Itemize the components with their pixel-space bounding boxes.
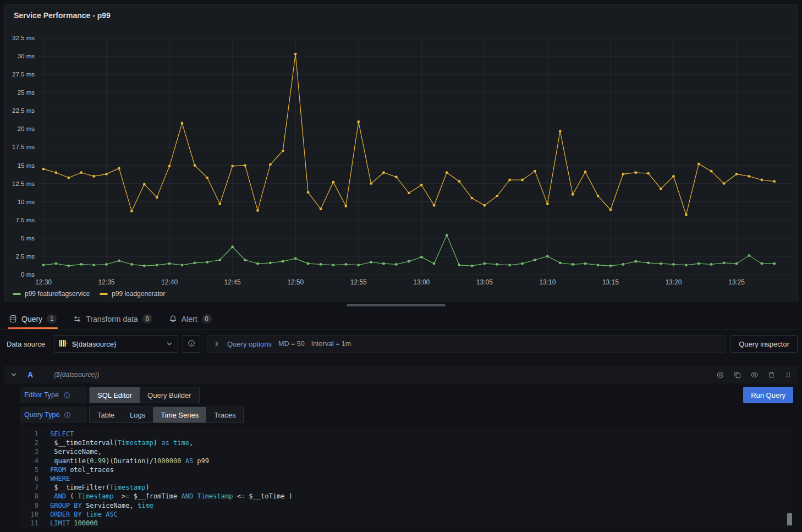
tab-count-badge: 1 (47, 314, 57, 323)
copy-icon[interactable] (733, 371, 741, 379)
legend-label: p99 featureflagservice (25, 290, 90, 298)
datasource-logo-icon (59, 339, 68, 349)
grafana-panel-editor: Service Performance - p99 0 ms2.5 ms5 ms… (0, 4, 802, 529)
run-query-button[interactable]: Run Query (743, 387, 793, 403)
scrollbar-thumb[interactable] (347, 304, 446, 306)
sql-editor[interactable]: 1SELECT2 $__timeInterval(Timestamp) as t… (20, 426, 793, 529)
svg-text:13:15: 13:15 (602, 278, 619, 286)
line-number: 2 (20, 438, 39, 447)
svg-text:15 ms: 15 ms (18, 162, 35, 169)
svg-text:0 ms: 0 ms (21, 271, 35, 278)
query-type-option-traces[interactable]: Traces (206, 407, 243, 423)
datasource-bar: Data source ${datasource} Query options … (4, 335, 798, 353)
code-line: 3 ServiceName, (20, 447, 793, 456)
code-line: 2 $__timeInterval(Timestamp) as time, (20, 438, 793, 447)
tab-alert[interactable]: Alert 0 (168, 309, 213, 329)
svg-text:17.5 ms: 17.5 ms (12, 144, 35, 150)
sql-code: 1SELECT2 $__timeInterval(Timestamp) as t… (20, 430, 793, 528)
svg-text:12:55: 12:55 (350, 278, 367, 286)
drag-handle-icon[interactable] (784, 371, 792, 379)
svg-text:12:40: 12:40 (161, 278, 178, 286)
tab-query[interactable]: Query 1 (8, 309, 58, 329)
code-line: 6WHERE (20, 474, 793, 483)
code-line: 4 quantile(0.99)(Duration)/1000000 AS p9… (20, 457, 793, 465)
editor-scrollbar-thumb[interactable] (787, 513, 792, 525)
info-circle-icon[interactable] (63, 392, 70, 399)
svg-text:10 ms: 10 ms (18, 199, 35, 205)
query-ref-id: A (28, 370, 33, 379)
svg-text:12:50: 12:50 (287, 278, 304, 286)
legend-label: p99 loadgenerator (112, 290, 165, 298)
svg-text:30 ms: 30 ms (18, 53, 35, 59)
legend-swatch (100, 293, 108, 295)
legend-swatch (13, 293, 21, 295)
svg-text:12:35: 12:35 (98, 278, 115, 286)
query-type-label-text: Query Type (24, 411, 59, 419)
editor-type-switch: SQL Editor Query Builder (89, 387, 200, 403)
editor-type-row: Editor Type SQL Editor Query Builder Run… (20, 387, 793, 403)
line-number: 7 (20, 483, 39, 492)
query-type-switch: Table Logs Time Series Traces (89, 407, 244, 423)
query-row-header: A (${datasource}) (4, 366, 798, 383)
svg-text:2.5 ms: 2.5 ms (15, 253, 35, 260)
code-line: 10ORDER BY time ASC (20, 510, 793, 519)
code-line: 9GROUP BY ServiceName, time (20, 501, 793, 510)
query-type-row: Query Type Table Logs Time Series Traces (20, 407, 793, 423)
svg-text:20 ms: 20 ms (18, 125, 35, 132)
info-circle-icon[interactable] (64, 412, 71, 419)
tab-label: Query (21, 315, 42, 323)
line-number: 9 (20, 501, 39, 510)
query-options-toggle[interactable]: Query options MD = 50 Interval = 1m (207, 335, 726, 353)
datasource-help-button[interactable] (183, 335, 200, 353)
info-circle-icon (188, 339, 195, 349)
code-line: 1SELECT (20, 430, 793, 438)
editor-type-label-text: Editor Type (24, 391, 59, 399)
code-line: 5FROM otel_traces (20, 465, 793, 474)
eye-icon[interactable] (750, 371, 759, 379)
editor-type-option-query-builder[interactable]: Query Builder (140, 387, 199, 403)
svg-text:13:10: 13:10 (539, 278, 556, 286)
line-number: 11 (20, 519, 39, 528)
chevron-down-icon[interactable] (10, 371, 18, 379)
editor-type-option-sql-editor[interactable]: SQL Editor (90, 387, 140, 403)
datasource-value: ${datasource} (72, 340, 116, 348)
horizontal-scrollbar (0, 301, 802, 309)
line-number: 3 (20, 447, 39, 456)
circle-icon[interactable] (716, 371, 724, 379)
tab-label: Transform data (86, 315, 138, 323)
svg-text:13:20: 13:20 (665, 278, 682, 286)
svg-text:13:05: 13:05 (476, 278, 493, 286)
svg-text:13:25: 13:25 (728, 278, 745, 286)
query-actions (716, 371, 792, 379)
query-editor-row: A (${datasource}) (4, 366, 798, 529)
tab-count-badge: 0 (142, 314, 152, 323)
trash-icon[interactable] (767, 371, 776, 379)
datasource-picker[interactable]: ${datasource} (54, 335, 178, 353)
editor-tabs: Query 1 Transform data 0 Alert 0 (0, 309, 802, 330)
panel-title[interactable]: Service Performance - p99 (14, 11, 111, 20)
query-inspector-button[interactable]: Query inspector (730, 335, 798, 353)
tab-transform-data[interactable]: Transform data 0 (72, 309, 153, 329)
line-number: 4 (20, 457, 39, 465)
datasource-label: Data source (4, 340, 50, 348)
svg-text:25 ms: 25 ms (18, 89, 35, 96)
line-number: 8 (20, 492, 39, 501)
line-number: 10 (20, 510, 39, 519)
shuffle-icon (73, 315, 81, 323)
svg-text:5 ms: 5 ms (21, 235, 35, 242)
timeseries-plot[interactable]: 0 ms2.5 ms5 ms7.5 ms10 ms12.5 ms15 ms17.… (5, 21, 797, 289)
query-type-option-time-series[interactable]: Time Series (153, 407, 206, 423)
legend-item[interactable]: p99 featureflagservice (13, 290, 90, 298)
database-icon (9, 315, 17, 323)
max-data-points-value: MD = 50 (278, 340, 305, 348)
query-type-label: Query Type (20, 407, 87, 423)
svg-text:7.5 ms: 7.5 ms (15, 217, 35, 223)
svg-text:22.5 ms: 22.5 ms (12, 107, 35, 114)
legend-item[interactable]: p99 loadgenerator (100, 290, 165, 298)
svg-text:13:00: 13:00 (413, 278, 430, 286)
code-line: 7 $__timeFilter(Timestamp) (20, 483, 793, 492)
query-type-option-logs[interactable]: Logs (122, 407, 153, 423)
tab-count-badge: 0 (202, 314, 212, 323)
query-type-option-table[interactable]: Table (90, 407, 122, 423)
code-line: 11LIMIT 100000 (20, 519, 793, 528)
